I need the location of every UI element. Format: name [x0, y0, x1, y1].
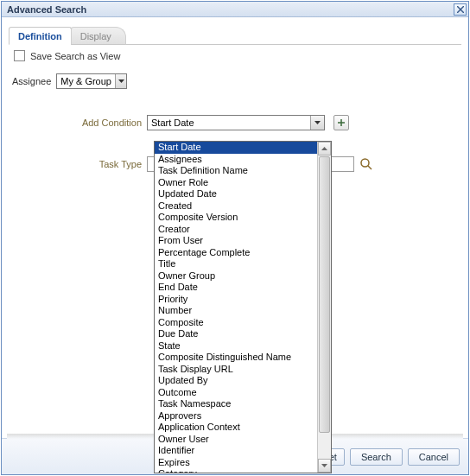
- chevron-up-icon: [321, 147, 327, 150]
- assignee-value: My & Group: [57, 76, 115, 86]
- search-button[interactable]: Search: [350, 448, 403, 466]
- scroll-thumb[interactable]: [319, 156, 330, 433]
- scroll-down-button[interactable]: [318, 459, 331, 473]
- window-title: Advanced Search: [7, 4, 86, 15]
- dropdown-item[interactable]: Number: [155, 305, 317, 317]
- dropdown-item[interactable]: Updated Date: [155, 188, 317, 200]
- dropdown-list[interactable]: Start DateAssigneesTask Definition NameO…: [155, 142, 317, 473]
- dropdown-item[interactable]: Creator: [155, 224, 317, 236]
- assignee-label: Assignee: [12, 76, 51, 86]
- save-view-row: Save Search as View: [9, 50, 461, 61]
- dropdown-item[interactable]: Identifier: [155, 445, 317, 457]
- dropdown-item[interactable]: Updated By: [155, 375, 317, 387]
- dropdown-item[interactable]: Composite: [155, 317, 317, 329]
- dropdown-item[interactable]: Due Date: [155, 328, 317, 340]
- dropdown-item[interactable]: Application Context: [155, 422, 317, 434]
- svg-point-0: [361, 159, 369, 167]
- close-icon: [457, 6, 464, 13]
- chevron-down-icon: [310, 116, 324, 130]
- assignee-row: Assignee My & Group: [9, 73, 461, 89]
- dropdown-item[interactable]: Title: [155, 258, 317, 270]
- tab-definition[interactable]: Definition: [9, 27, 72, 45]
- dropdown-item[interactable]: Approvers: [155, 410, 317, 422]
- add-condition-select[interactable]: Start Date: [147, 115, 325, 130]
- dropdown-item[interactable]: Owner Group: [155, 270, 317, 282]
- close-button[interactable]: [454, 3, 467, 16]
- tab-display[interactable]: Display: [71, 27, 126, 45]
- add-condition-row: Add Condition Start Date: [9, 115, 461, 130]
- cancel-button[interactable]: Cancel: [408, 448, 460, 466]
- task-type-label: Task Type: [9, 159, 147, 169]
- dropdown-item[interactable]: Percentage Complete: [155, 247, 317, 259]
- dropdown-item[interactable]: Composite Version: [155, 212, 317, 224]
- dropdown-item[interactable]: Priority: [155, 294, 317, 306]
- dropdown-item[interactable]: Task Display URL: [155, 364, 317, 376]
- add-condition-value: Start Date: [148, 117, 198, 128]
- dropdown-item[interactable]: End Date: [155, 282, 317, 294]
- dropdown-item[interactable]: Assignees: [155, 154, 317, 166]
- title-bar: Advanced Search: [2, 2, 468, 17]
- dropdown-item[interactable]: Composite Distinguished Name: [155, 352, 317, 364]
- dropdown-item[interactable]: Expires: [155, 457, 317, 469]
- plus-icon: [337, 118, 346, 127]
- dropdown-item[interactable]: Owner User: [155, 434, 317, 446]
- search-icon[interactable]: [359, 157, 373, 171]
- scroll-up-button[interactable]: [318, 142, 331, 155]
- save-view-checkbox[interactable]: [14, 50, 25, 61]
- dropdown-item[interactable]: Start Date: [155, 142, 317, 154]
- assignee-select[interactable]: My & Group: [56, 73, 127, 89]
- dropdown-item[interactable]: Owner Role: [155, 177, 317, 189]
- chevron-down-icon: [115, 74, 126, 88]
- add-condition-button[interactable]: [333, 115, 349, 130]
- dropdown-item[interactable]: Outcome: [155, 387, 317, 399]
- dropdown-item[interactable]: Category: [155, 468, 317, 473]
- add-condition-label: Add Condition: [9, 117, 147, 128]
- dropdown-item[interactable]: Task Namespace: [155, 398, 317, 410]
- dropdown-scrollbar[interactable]: [317, 142, 331, 473]
- condition-dropdown: Start DateAssigneesTask Definition NameO…: [154, 141, 332, 473]
- dropdown-item[interactable]: Task Definition Name: [155, 165, 317, 177]
- save-view-label: Save Search as View: [30, 51, 120, 61]
- dropdown-item[interactable]: From User: [155, 235, 317, 247]
- chevron-down-icon: [321, 464, 327, 467]
- dropdown-item[interactable]: State: [155, 340, 317, 352]
- tab-bar: Definition Display: [9, 24, 461, 45]
- dialog-window: Advanced Search Definition Display Save …: [1, 1, 469, 475]
- dropdown-item[interactable]: Created: [155, 200, 317, 213]
